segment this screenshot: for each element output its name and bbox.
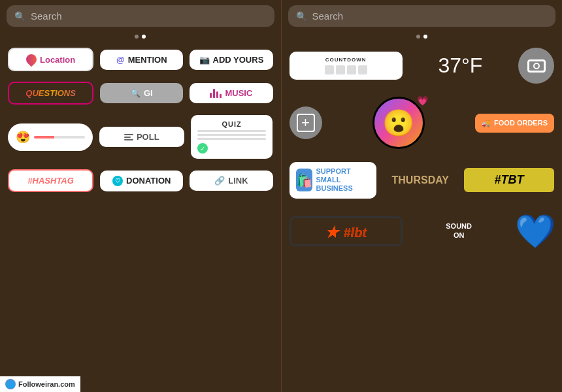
sticker-music[interactable]: MUSIC [190, 83, 273, 103]
sticker-row-2: QUESTIONS 🔍 GI MUSIC [8, 82, 273, 105]
sticker-thursday[interactable]: THURSDAY [383, 174, 457, 186]
sticker-countdown[interactable]: COUNTDOWN [289, 52, 403, 80]
right-dot-1 [416, 35, 420, 39]
donation-icon: ♡ [112, 176, 123, 186]
left-dot-indicator [0, 35, 281, 39]
lbt-text: #lbt [343, 225, 367, 240]
slider-emoji: 😍 [16, 130, 30, 144]
add-plus-icon: + [297, 114, 315, 132]
right-dot-2 [423, 35, 427, 39]
sticker-slider[interactable]: 😍 [8, 123, 93, 151]
link-label: LINK [228, 176, 248, 186]
left-stickers-grid: Location @ MENTION 📷 ADD YOURS QUESTIONS… [0, 41, 281, 392]
music-label: MUSIC [225, 88, 252, 98]
sticker-food-orders[interactable]: 🚚 FOOD ORDERS [475, 114, 554, 133]
at-symbol: @ [116, 55, 125, 65]
sticker-lbt[interactable]: ★ #lbt [289, 216, 403, 246]
sticker-row-1: Location @ MENTION 📷 ADD YOURS [8, 48, 273, 71]
location-pin-icon [24, 52, 39, 67]
quiz-line-3 [197, 138, 267, 140]
support-label: SUPPORT SMALL BUSINESS [316, 167, 371, 193]
watermark: 🌐 Followeiran.com [0, 376, 80, 392]
right-search-placeholder: Search [312, 10, 344, 22]
mention-label: MENTION [128, 55, 167, 65]
left-search-placeholder: Search [31, 10, 62, 22]
poll-label: POLL [137, 132, 159, 142]
countdown-label: COUNTDOWN [325, 57, 367, 63]
heart-pink-icon: 💗 [417, 95, 428, 106]
search-small-icon: 🔍 [131, 89, 140, 98]
left-search-bar[interactable]: 🔍 Search [7, 5, 274, 27]
sticker-gif[interactable]: 🔍 GI [100, 83, 183, 103]
quiz-label: QUIZ [197, 120, 267, 128]
sticker-donation[interactable]: ♡ DONATION [100, 171, 183, 191]
sticker-add-button[interactable]: + [289, 106, 322, 139]
dot-1 [135, 35, 139, 39]
blue-heart-icon: 💙 [515, 213, 554, 250]
globe-icon: 🌐 [5, 379, 16, 389]
sticker-row-4: #HASHTAG ♡ DONATION 🔗 LINK [8, 169, 273, 192]
sticker-add-yours[interactable]: 📷 ADD YOURS [190, 50, 273, 70]
camera-lens-icon [533, 63, 540, 69]
questions-label: QUESTIONS [25, 88, 76, 98]
right-row-4: ★ #lbt SOUNDON 💙 [289, 212, 555, 251]
right-search-icon: 🔍 [296, 11, 307, 22]
right-row-1: COUNTDOWN 37°F [289, 48, 555, 84]
right-row-2: + 💗 🚚 FOOD ORDERS [289, 97, 555, 149]
lbt-label: ★ [325, 224, 339, 240]
sticker-camera[interactable] [518, 48, 554, 84]
food-orders-label: FOOD ORDERS [494, 119, 548, 127]
quiz-line-1 [197, 130, 267, 132]
countdown-box-3 [347, 65, 356, 74]
link-chain-icon: 🔗 [214, 176, 225, 186]
right-dot-indicator [282, 35, 563, 39]
sticker-sound-on[interactable]: SOUNDON [409, 222, 508, 239]
slider-track [34, 136, 85, 139]
sticker-mention[interactable]: @ MENTION [100, 50, 183, 70]
hashtag-label: #HASHTAG [27, 176, 74, 186]
countdown-box-2 [336, 65, 345, 74]
sticker-mouth[interactable]: 💗 [372, 97, 425, 149]
sticker-heart-blue[interactable]: 💙 [515, 212, 554, 251]
right-panel: 🔍 Search COUNTDOWN 37° [282, 0, 563, 392]
food-truck-icon: 🚚 [482, 119, 491, 127]
countdown-box-1 [325, 65, 334, 74]
quiz-line-2 [197, 134, 267, 136]
dot-2 [142, 35, 146, 39]
sticker-link[interactable]: 🔗 LINK [190, 171, 273, 191]
sticker-questions[interactable]: QUESTIONS [8, 82, 93, 105]
sticker-tbt[interactable]: #TBT [464, 168, 554, 192]
camera-body-icon [527, 59, 546, 73]
donation-label: DONATION [126, 176, 171, 186]
location-label: Location [40, 55, 75, 65]
watermark-text: Followeiran.com [18, 380, 75, 388]
right-stickers-grid: COUNTDOWN 37°F [282, 41, 563, 392]
quiz-lines [197, 130, 267, 140]
sticker-location[interactable]: Location [8, 48, 93, 71]
sticker-temperature[interactable]: 37°F [409, 54, 512, 78]
main-container: 🔍 Search Location @ MENTION 📷 [0, 0, 562, 392]
poll-lines-icon [124, 134, 133, 140]
add-yours-label: ADD YOURS [213, 55, 264, 65]
gif-label: GI [144, 88, 153, 98]
search-icon: 🔍 [14, 11, 25, 22]
music-bars-icon [210, 89, 222, 98]
shopping-bag-icon: 🛍️ [296, 169, 312, 191]
sound-on-label: SOUNDON [446, 222, 472, 238]
sticker-support-small-business[interactable]: 🛍️ SUPPORT SMALL BUSINESS [289, 162, 377, 199]
countdown-box-4 [358, 65, 367, 74]
countdown-boxes [325, 65, 367, 74]
sticker-quiz[interactable]: QUIZ ✓ [191, 115, 273, 159]
sticker-row-3: 😍 POLL QUIZ [8, 115, 273, 159]
camera-emoji: 📷 [199, 55, 210, 65]
quiz-check-icon: ✓ [197, 143, 208, 154]
sticker-hashtag[interactable]: #HASHTAG [8, 169, 93, 192]
sticker-poll[interactable]: POLL [99, 127, 184, 147]
left-panel: 🔍 Search Location @ MENTION 📷 [0, 0, 282, 392]
right-search-bar[interactable]: 🔍 Search [288, 5, 556, 27]
right-row-3: 🛍️ SUPPORT SMALL BUSINESS THURSDAY #TBT [289, 162, 555, 199]
